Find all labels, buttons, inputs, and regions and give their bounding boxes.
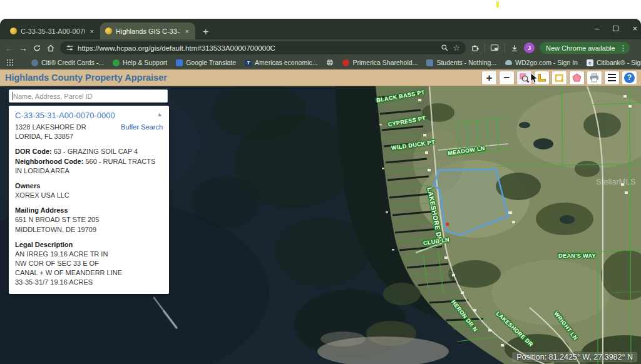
search-input[interactable] <box>9 89 168 103</box>
text-caret <box>13 92 13 100</box>
bookmark-label: Citibank® - Sign On <box>597 59 641 66</box>
legal-description-line: AN IRREG 19.16 ACRE TR IN <box>15 250 163 259</box>
plus-icon: + <box>486 73 493 83</box>
window-controls: – × <box>595 19 637 38</box>
globe-icon[interactable] <box>326 59 334 66</box>
students-icon <box>426 59 433 66</box>
bookmark-label: Students - Nothing... <box>436 59 496 66</box>
bookmark-citibank[interactable]: c Citibank® - Sign On <box>587 59 641 66</box>
bookmark-citi-cards[interactable]: Citi® Credit Cards -... <box>31 59 104 66</box>
bookmark-help-support[interactable]: Help & Support <box>113 59 167 66</box>
browser-menu-icon[interactable]: ⋮ <box>620 44 627 53</box>
cursor-arrow-icon <box>530 73 539 84</box>
position-readout: Position: 81.2425° W, 27.3982° N <box>512 352 637 362</box>
print-icon <box>589 73 600 83</box>
zoom-out-button[interactable]: − <box>499 71 515 85</box>
tab-label: C-33-35-31-A00-0070-0000 - H <box>21 28 85 35</box>
bookmark-americas-economic[interactable]: T Americas economic... <box>245 59 317 66</box>
mailing-address-line: MIDDLETOWN, DE 19709 <box>15 225 163 235</box>
bookmark-wd2go[interactable]: WD2go.com - Sign In <box>505 59 578 66</box>
back-icon[interactable]: ← <box>5 44 14 53</box>
bookmark-label: Americas economic... <box>255 59 317 66</box>
parcel-id-link[interactable]: C-33-35-31-A00-0070-0000 <box>15 111 115 120</box>
apps-grid-icon[interactable] <box>6 59 14 66</box>
bookmark-label: Help & Support <box>123 59 167 66</box>
zoom-in-button[interactable]: + <box>481 71 497 85</box>
bookmark-students[interactable]: Students - Nothing... <box>426 59 496 66</box>
mailing-address-line: 651 N BROAD ST STE 205 <box>15 215 163 225</box>
tab-bar: C-33-35-31-A00-0070-0000 - H × Highlands… <box>0 19 641 39</box>
extensions-icon[interactable] <box>471 44 479 53</box>
citi-icon <box>31 59 38 66</box>
menu-icon <box>608 74 616 75</box>
draw-polygon-button[interactable] <box>569 71 585 85</box>
browser-toolbar: ← → https://www.hcpao.org/gis/default.ht… <box>0 39 641 56</box>
close-button[interactable]: × <box>632 24 637 33</box>
forward-icon[interactable]: → <box>19 44 28 53</box>
chrome-update-button[interactable]: New Chrome available ⋮ <box>540 42 630 54</box>
citibank-icon: c <box>587 59 593 66</box>
divider <box>485 44 485 53</box>
site-info-icon[interactable] <box>66 44 74 52</box>
maximize-button[interactable] <box>613 26 618 31</box>
chrome-update-label: New Chrome available <box>546 44 615 52</box>
buffer-search-link[interactable]: Buffer Search <box>121 123 163 132</box>
app-header: Highlands County Property Appraiser + − <box>0 69 641 86</box>
bookmark-label: WD2go.com - Sign In <box>515 59 578 66</box>
profile-avatar[interactable]: J <box>524 43 535 53</box>
legal-description-line: 33-35-31/7 19.16 ACRES <box>15 278 163 287</box>
new-tab-button[interactable]: + <box>203 27 208 37</box>
screen: C-33-35-31-A00-0070-0000 - H × Highlands… <box>0 0 641 364</box>
layers-menu-button[interactable] <box>604 71 620 85</box>
help-support-icon <box>113 59 120 66</box>
minimize-button[interactable]: – <box>595 24 599 33</box>
url-text[interactable]: https://www.hcpao.org/gis/default.htm#31… <box>78 44 437 52</box>
reading-mode-icon[interactable] <box>490 44 500 52</box>
legal-description-line: CANAL + W OF MEANDERR LINE <box>15 268 163 278</box>
americas-t-icon: T <box>245 59 252 66</box>
zoom-icon[interactable] <box>441 44 449 52</box>
parcel-address: 1328 LAKESHORE DR <box>15 123 86 132</box>
tab-highlands-gis[interactable]: Highlands GIS C-33-35-31-A00 × <box>100 23 195 39</box>
bookmark-star-icon[interactable]: ☆ <box>453 43 460 53</box>
stellar-mls-watermark: StellarMLS <box>596 177 636 186</box>
zoom-area-icon <box>519 73 530 83</box>
owners-label: Owners <box>15 181 163 191</box>
parcel-info-card: C-33-35-31-A00-0070-0000 ▲ 1328 LAKESHOR… <box>9 106 169 294</box>
bookmark-google-translate[interactable]: Google Translate <box>176 59 236 66</box>
bookmark-primerica[interactable]: Primerica Sharehold... <box>342 59 418 66</box>
divider <box>505 44 505 53</box>
help-icon: ? <box>624 73 635 83</box>
bookmarks-bar: Citi® Credit Cards -... Help & Support G… <box>0 56 641 69</box>
hcpao-favicon <box>105 28 112 34</box>
dor-code-value: 63 - GRAZING SOIL CAP 4 <box>54 148 138 155</box>
polygon-icon <box>572 73 582 83</box>
address-bar[interactable]: https://www.hcpao.org/gis/default.htm#31… <box>60 41 466 54</box>
hcpao-favicon <box>10 28 17 34</box>
map-viewport[interactable]: BLACK BASS PT CYPRESS PT WILD DUCK PT ME… <box>0 86 641 364</box>
measure-area-button[interactable] <box>551 71 567 85</box>
home-icon[interactable] <box>46 44 55 53</box>
wd2go-cloud-icon <box>505 60 512 65</box>
help-button[interactable]: ? <box>622 71 637 85</box>
mailing-address-label: Mailing Address <box>15 206 163 215</box>
page-title: Highlands County Property Appraiser <box>5 73 167 83</box>
close-tab-icon[interactable]: × <box>184 28 190 35</box>
parcel-city: LORIDA, FL 33857 <box>15 132 163 141</box>
primerica-icon <box>342 59 349 66</box>
tab-label: Highlands GIS C-33-35-31-A00 <box>116 28 180 35</box>
browser-window: C-33-35-31-A00-0070-0000 - H × Highlands… <box>0 19 641 364</box>
map-toolbar: + − <box>481 71 637 85</box>
tab-parcel-search[interactable]: C-33-35-31-A00-0070-0000 - H × <box>5 23 100 39</box>
download-icon[interactable] <box>510 44 519 53</box>
close-tab-icon[interactable]: × <box>89 28 95 35</box>
reload-icon[interactable] <box>33 44 41 53</box>
print-button[interactable] <box>587 71 602 85</box>
owners-value: XOREX USA LLC <box>15 191 163 200</box>
collapse-icon[interactable]: ▲ <box>156 111 163 118</box>
bookmark-label: Primerica Sharehold... <box>352 59 418 66</box>
desktop-strip <box>0 0 641 19</box>
translate-icon <box>176 59 183 66</box>
measure-area-icon <box>554 73 565 83</box>
bookmark-label: Google Translate <box>186 59 236 66</box>
